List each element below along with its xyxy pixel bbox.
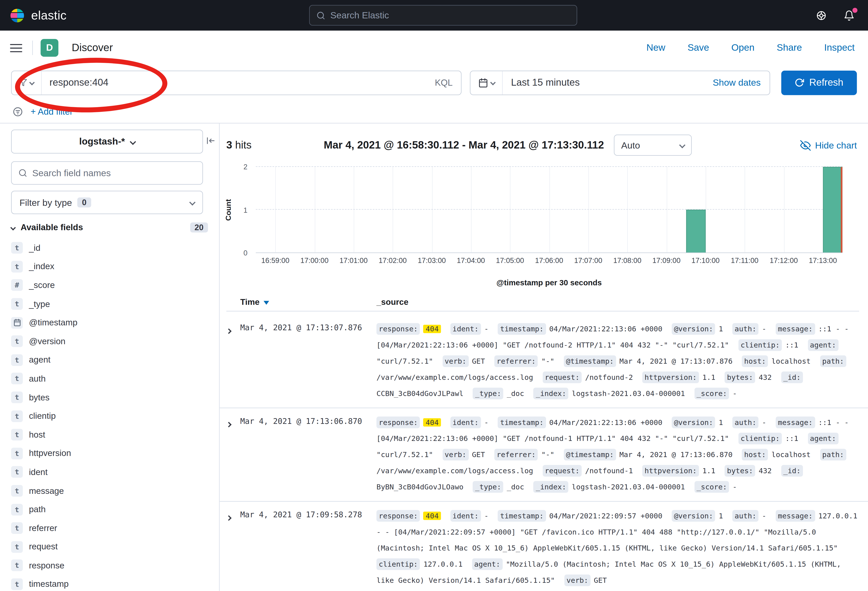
field-value: GET: [472, 357, 485, 365]
alerts-bell-icon[interactable]: [843, 10, 855, 21]
field-search: [11, 161, 203, 185]
help-icon[interactable]: [816, 10, 827, 21]
field-item-type[interactable]: t_type: [0, 295, 219, 313]
action-save-button[interactable]: Save: [688, 42, 709, 53]
field-key-badge: _type:: [473, 481, 503, 493]
filter-options-icon[interactable]: [12, 106, 23, 117]
expand-row-button[interactable]: [227, 508, 240, 522]
field-name: _id: [29, 243, 40, 253]
menu-toggle-button[interactable]: [0, 43, 32, 53]
field-value: CCBN_3cB04dGovJLPawl: [376, 389, 464, 398]
doc-table-body: Mar 4, 2021 @ 17:13:07.876response:404 i…: [220, 315, 868, 591]
hits-summary: 3 hits: [226, 139, 252, 151]
field-pair: auth:-: [732, 512, 766, 520]
y-tick-label: 2: [244, 163, 247, 171]
field-key-badge: timestamp:: [498, 417, 546, 428]
field-item-timestamp[interactable]: ttimestamp: [0, 575, 219, 591]
show-dates-button[interactable]: Show dates: [713, 77, 769, 88]
field-item-timestamp[interactable]: @timestamp: [0, 313, 219, 332]
field-item-path[interactable]: tpath: [0, 500, 219, 519]
available-fields-header[interactable]: Available fields 20: [11, 222, 208, 232]
index-pattern-select[interactable]: logstash-*: [11, 130, 203, 154]
elastic-home-link[interactable]: elastic: [0, 7, 66, 24]
field-key-badge: auth:: [732, 323, 759, 335]
global-search-input[interactable]: [330, 10, 570, 21]
chevron-right-icon: [226, 422, 232, 427]
field-key-badge: bytes:: [725, 371, 755, 383]
field-item-version[interactable]: t@version: [0, 332, 219, 351]
x-tick-label: 17:12:00: [770, 256, 798, 265]
header-icons: [816, 10, 868, 21]
action-new-button[interactable]: New: [647, 42, 665, 53]
saved-query-menu-button[interactable]: [12, 71, 42, 94]
field-key-badge: @timestamp:: [564, 355, 616, 367]
expand-row-button[interactable]: [227, 321, 240, 335]
time-range-value[interactable]: Last 15 minutes: [503, 77, 580, 89]
field-key-badge: request:: [542, 465, 582, 477]
field-item-referrer[interactable]: treferrer: [0, 519, 219, 538]
discover-app: elastic D Discover NewSaveOpenShareInspe…: [0, 0, 868, 591]
expand-row-button[interactable]: [227, 414, 240, 429]
field-pair: auth:-: [732, 325, 766, 333]
field-name: _index: [29, 262, 55, 272]
date-quick-select-button[interactable]: [471, 71, 503, 94]
field-item-bytes[interactable]: tbytes: [0, 388, 219, 406]
action-inspect-button[interactable]: Inspect: [824, 42, 855, 53]
x-tick-label: 17:13:00: [809, 256, 837, 265]
action-share-button[interactable]: Share: [776, 42, 802, 53]
field-name: request: [29, 542, 58, 552]
field-key-badge: @timestamp:: [564, 449, 616, 461]
x-tick-label: 17:07:00: [574, 256, 602, 265]
field-search-input[interactable]: [32, 168, 196, 179]
notification-dot: [853, 7, 858, 13]
field-type-icon: t: [11, 522, 23, 534]
query-input[interactable]: [41, 77, 427, 89]
field-type-icon: t: [11, 410, 23, 422]
field-key-badge: message:: [776, 323, 815, 335]
field-item-agent[interactable]: tagent: [0, 351, 219, 369]
field-item-request[interactable]: trequest: [0, 538, 219, 556]
histogram-bar[interactable]: [686, 210, 706, 252]
x-tick-label: 16:59:00: [261, 256, 289, 265]
field-type-icon: t: [11, 466, 23, 478]
collapse-sidebar-icon[interactable]: [206, 136, 216, 146]
field-type-icon: t: [11, 373, 23, 385]
field-item-ident[interactable]: tident: [0, 463, 219, 482]
field-name: path: [29, 504, 46, 514]
brand-name: elastic: [31, 8, 66, 22]
refresh-button[interactable]: Refresh: [781, 70, 857, 95]
field-value: 1: [719, 512, 723, 520]
field-name: timestamp: [29, 579, 69, 589]
field-item-httpversion[interactable]: thttpversion: [0, 444, 219, 462]
action-open-button[interactable]: Open: [731, 42, 754, 53]
chevron-right-icon: [226, 328, 232, 334]
field-item-clientip[interactable]: tclientip: [0, 407, 219, 426]
query-language-button[interactable]: KQL: [427, 77, 461, 87]
field-name: _score: [29, 280, 55, 290]
space-avatar[interactable]: D: [40, 39, 58, 57]
field-item-host[interactable]: thost: [0, 426, 219, 444]
hide-chart-button[interactable]: Hide chart: [800, 140, 857, 151]
doc-timestamp: Mar 4, 2021 @ 17:09:58.278: [240, 508, 376, 519]
add-filter-button[interactable]: + Add filter: [31, 106, 73, 117]
field-item-response[interactable]: tresponse: [0, 556, 219, 575]
field-key-badge: host:: [742, 449, 768, 461]
field-type-icon: t: [11, 242, 23, 254]
field-pair: verb:GET: [443, 451, 485, 459]
field-item-message[interactable]: tmessage: [0, 482, 219, 500]
field-type-icon: #: [11, 279, 23, 291]
field-item-id[interactable]: t_id: [0, 239, 219, 257]
interval-select[interactable]: Auto: [614, 134, 692, 156]
field-item-index[interactable]: t_index: [0, 257, 219, 276]
time-column-header[interactable]: Time: [240, 297, 269, 307]
field-pair: _score:-: [694, 389, 737, 398]
field-value: logstash-2021.03.04-000001: [572, 389, 685, 398]
filter-by-type-button[interactable]: Filter by type 0: [11, 191, 203, 214]
field-pair: timestamp:04/Mar/2021:22:13:06 +0000: [498, 325, 663, 333]
field-item-auth[interactable]: tauth: [0, 369, 219, 388]
histogram-bar[interactable]: [823, 167, 842, 253]
field-pair: httpversion:1.1: [642, 467, 715, 475]
field-item-score[interactable]: #_score: [0, 276, 219, 295]
field-value: "-": [541, 357, 554, 365]
field-value: ::1: [785, 341, 798, 349]
